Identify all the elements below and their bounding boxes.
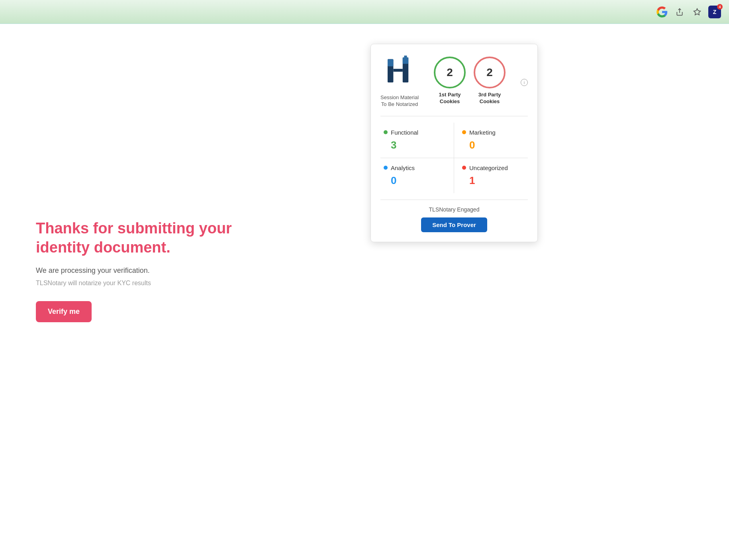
cookies-area: 2 1st PartyCookies 2 3rd PartyCookies (427, 57, 513, 105)
marketing-header: Marketing (462, 129, 525, 136)
popup-header: Session MaterialTo Be Notarized 2 1st Pa… (380, 54, 528, 116)
browser-action-icons: Z 4 (656, 6, 721, 18)
processing-text: We are processing your verification. (36, 266, 243, 275)
categories-grid: Functional 3 Marketing 0 Analytics 0 (380, 116, 528, 200)
info-icon[interactable]: i (521, 79, 528, 86)
marketing-count: 0 (462, 139, 525, 151)
popup-footer: TLSNotary Engaged Send To Prover (380, 200, 528, 232)
third-party-count-circle: 2 (474, 57, 506, 88)
marketing-label: Marketing (469, 129, 496, 136)
uncategorized-header: Uncategorized (462, 164, 525, 171)
functional-dot (384, 130, 388, 134)
functional-category: Functional 3 (380, 123, 454, 158)
uncategorized-label: Uncategorized (469, 164, 508, 171)
functional-label: Functional (391, 129, 418, 136)
first-party-count-circle: 2 (434, 57, 466, 88)
first-party-cookies: 2 1st PartyCookies (434, 57, 466, 105)
analytics-category: Analytics 0 (380, 158, 454, 193)
footer-text: TLSNotary Engaged (380, 206, 528, 213)
analytics-label: Analytics (391, 164, 415, 171)
page-content: Thanks for submitting your identity docu… (0, 24, 729, 560)
info-icon-area: i (521, 76, 528, 86)
third-party-label: 3rd PartyCookies (478, 92, 501, 105)
marketing-dot (462, 130, 466, 134)
analytics-dot (384, 166, 388, 170)
tlsnotary-logo (380, 54, 416, 90)
marketing-category: Marketing 0 (454, 123, 528, 158)
svg-marker-1 (694, 8, 701, 15)
svg-rect-7 (404, 56, 407, 59)
uncategorized-dot (462, 166, 466, 170)
analytics-count: 0 (384, 174, 446, 187)
main-text-area: Thanks for submitting your identity docu… (36, 219, 243, 322)
cookie-popup-panel: Session MaterialTo Be Notarized 2 1st Pa… (370, 44, 538, 242)
uncategorized-count: 1 (462, 174, 525, 187)
browser-toolbar: Z 4 (0, 0, 729, 24)
functional-header: Functional (384, 129, 446, 136)
uncategorized-category: Uncategorized 1 (454, 158, 528, 193)
google-icon[interactable] (656, 6, 668, 18)
first-party-label: 1st PartyCookies (439, 92, 461, 105)
send-to-prover-button[interactable]: Send To Prover (421, 217, 487, 232)
logo-area: Session MaterialTo Be Notarized (380, 54, 419, 108)
extension-badge: 4 (717, 4, 723, 10)
bookmark-icon[interactable] (691, 6, 704, 18)
analytics-header: Analytics (384, 164, 446, 171)
svg-rect-3 (388, 59, 393, 67)
extension-icon[interactable]: Z 4 (708, 6, 721, 18)
verify-button[interactable]: Verify me (36, 301, 92, 322)
page-heading: Thanks for submitting your identity docu… (36, 219, 243, 257)
kyc-note: TLSNotary will notarize your KYC results (36, 280, 243, 287)
session-label: Session MaterialTo Be Notarized (380, 94, 419, 108)
functional-count: 3 (384, 139, 446, 151)
share-icon[interactable] (673, 6, 686, 18)
svg-rect-6 (393, 69, 402, 72)
third-party-cookies: 2 3rd PartyCookies (474, 57, 506, 105)
